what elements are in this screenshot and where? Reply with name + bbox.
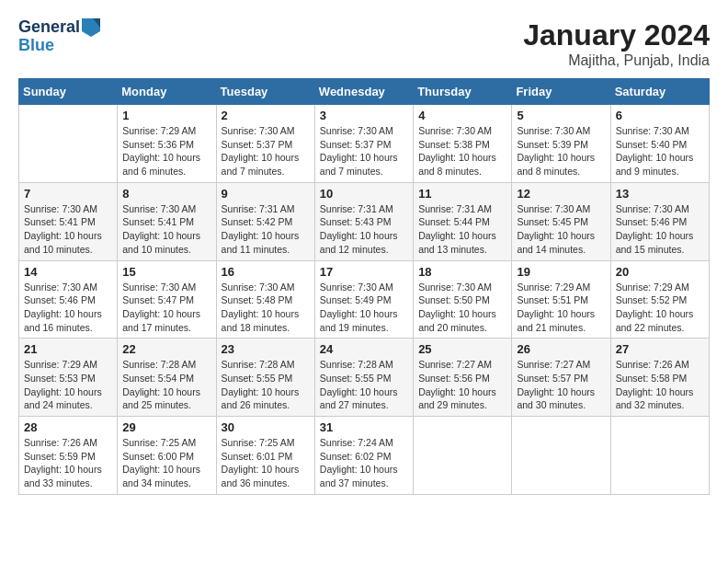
- title-block: January 2024 Majitha, Punjab, India: [523, 18, 710, 69]
- calendar-table: Sunday Monday Tuesday Wednesday Thursday…: [18, 78, 710, 495]
- day-number: 27: [616, 342, 704, 356]
- day-info: Sunrise: 7:30 AMSunset: 5:41 PMDaylight:…: [122, 202, 210, 257]
- day-info: Sunrise: 7:28 AMSunset: 5:54 PMDaylight:…: [122, 358, 210, 412]
- table-row: 22 Sunrise: 7:28 AMSunset: 5:54 PMDaylig…: [118, 339, 216, 417]
- calendar-week-row: 7 Sunrise: 7:30 AMSunset: 5:41 PMDayligh…: [19, 182, 710, 260]
- day-info: Sunrise: 7:31 AMSunset: 5:43 PMDaylight:…: [320, 202, 408, 257]
- day-info: Sunrise: 7:27 AMSunset: 5:57 PMDaylight:…: [517, 358, 605, 412]
- table-row: 25 Sunrise: 7:27 AMSunset: 5:56 PMDaylig…: [414, 339, 512, 417]
- table-row: 18 Sunrise: 7:30 AMSunset: 5:50 PMDaylig…: [414, 260, 512, 339]
- table-row: 28 Sunrise: 7:26 AMSunset: 5:59 PMDaylig…: [19, 417, 118, 495]
- day-number: 9: [222, 187, 310, 201]
- table-row: 16 Sunrise: 7:30 AMSunset: 5:48 PMDaylig…: [216, 260, 314, 339]
- day-info: Sunrise: 7:30 AMSunset: 5:45 PMDaylight:…: [517, 202, 605, 257]
- day-number: 13: [616, 187, 704, 201]
- day-number: 28: [24, 420, 112, 434]
- day-number: 8: [122, 187, 210, 201]
- day-info: Sunrise: 7:30 AMSunset: 5:37 PMDaylight:…: [320, 124, 408, 178]
- day-number: 5: [517, 109, 605, 122]
- table-row: 27 Sunrise: 7:26 AMSunset: 5:58 PMDaylig…: [610, 339, 709, 417]
- day-info: Sunrise: 7:29 AMSunset: 5:36 PMDaylight:…: [122, 124, 210, 178]
- day-number: 16: [222, 265, 310, 279]
- day-info: Sunrise: 7:30 AMSunset: 5:38 PMDaylight:…: [418, 124, 506, 178]
- day-number: 23: [222, 342, 310, 356]
- day-info: Sunrise: 7:26 AMSunset: 5:59 PMDaylight:…: [24, 436, 112, 490]
- col-monday: Monday: [118, 79, 216, 105]
- table-row: 30 Sunrise: 7:25 AMSunset: 6:01 PMDaylig…: [216, 417, 314, 495]
- day-info: Sunrise: 7:28 AMSunset: 5:55 PMDaylight:…: [222, 358, 310, 412]
- day-info: Sunrise: 7:24 AMSunset: 6:02 PMDaylight:…: [320, 436, 408, 490]
- day-number: 24: [320, 342, 408, 356]
- day-number: 14: [24, 265, 112, 279]
- day-info: Sunrise: 7:25 AMSunset: 6:01 PMDaylight:…: [222, 436, 310, 490]
- day-number: 19: [517, 265, 605, 279]
- page-title: January 2024: [523, 18, 710, 52]
- table-row: 4 Sunrise: 7:30 AMSunset: 5:38 PMDayligh…: [414, 105, 512, 183]
- day-number: 10: [320, 187, 408, 201]
- day-info: Sunrise: 7:30 AMSunset: 5:48 PMDaylight:…: [222, 281, 310, 335]
- day-info: Sunrise: 7:29 AMSunset: 5:51 PMDaylight:…: [517, 281, 605, 335]
- day-number: 6: [616, 109, 704, 122]
- day-info: Sunrise: 7:29 AMSunset: 5:53 PMDaylight:…: [24, 358, 112, 412]
- day-info: Sunrise: 7:30 AMSunset: 5:39 PMDaylight:…: [517, 124, 605, 178]
- col-wednesday: Wednesday: [314, 79, 413, 105]
- day-number: 7: [24, 187, 112, 201]
- table-row: 3 Sunrise: 7:30 AMSunset: 5:37 PMDayligh…: [314, 105, 413, 183]
- table-row: 13 Sunrise: 7:30 AMSunset: 5:46 PMDaylig…: [610, 182, 709, 260]
- table-row: 11 Sunrise: 7:31 AMSunset: 5:44 PMDaylig…: [414, 182, 512, 260]
- col-thursday: Thursday: [414, 79, 512, 105]
- table-row: 24 Sunrise: 7:28 AMSunset: 5:55 PMDaylig…: [314, 339, 413, 417]
- col-tuesday: Tuesday: [216, 79, 314, 105]
- col-friday: Friday: [512, 79, 610, 105]
- calendar-week-row: 1 Sunrise: 7:29 AMSunset: 5:36 PMDayligh…: [19, 105, 710, 183]
- table-row: 19 Sunrise: 7:29 AMSunset: 5:51 PMDaylig…: [512, 260, 610, 339]
- day-number: 17: [320, 265, 408, 279]
- table-row: 5 Sunrise: 7:30 AMSunset: 5:39 PMDayligh…: [512, 105, 610, 183]
- table-row: 6 Sunrise: 7:30 AMSunset: 5:40 PMDayligh…: [610, 105, 709, 183]
- day-info: Sunrise: 7:30 AMSunset: 5:40 PMDaylight:…: [616, 124, 704, 178]
- day-number: 1: [122, 109, 210, 122]
- table-row: [512, 417, 610, 495]
- col-saturday: Saturday: [610, 79, 709, 105]
- day-info: Sunrise: 7:30 AMSunset: 5:46 PMDaylight:…: [24, 281, 112, 335]
- day-info: Sunrise: 7:29 AMSunset: 5:52 PMDaylight:…: [616, 281, 704, 335]
- day-number: 15: [122, 265, 210, 279]
- table-row: 31 Sunrise: 7:24 AMSunset: 6:02 PMDaylig…: [314, 417, 413, 495]
- calendar-week-row: 14 Sunrise: 7:30 AMSunset: 5:46 PMDaylig…: [19, 260, 710, 339]
- table-row: 29 Sunrise: 7:25 AMSunset: 6:00 PMDaylig…: [118, 417, 216, 495]
- table-row: 12 Sunrise: 7:30 AMSunset: 5:45 PMDaylig…: [512, 182, 610, 260]
- day-number: 20: [616, 265, 704, 279]
- day-info: Sunrise: 7:27 AMSunset: 5:56 PMDaylight:…: [418, 358, 506, 412]
- day-number: 4: [418, 109, 506, 122]
- page-header: General Blue January 2024 Majitha, Punja…: [18, 18, 710, 69]
- day-number: 30: [222, 420, 310, 434]
- day-info: Sunrise: 7:30 AMSunset: 5:37 PMDaylight:…: [222, 124, 310, 178]
- table-row: 20 Sunrise: 7:29 AMSunset: 5:52 PMDaylig…: [610, 260, 709, 339]
- table-row: 2 Sunrise: 7:30 AMSunset: 5:37 PMDayligh…: [216, 105, 314, 183]
- day-number: 25: [418, 342, 506, 356]
- table-row: 9 Sunrise: 7:31 AMSunset: 5:42 PMDayligh…: [216, 182, 314, 260]
- table-row: 26 Sunrise: 7:27 AMSunset: 5:57 PMDaylig…: [512, 339, 610, 417]
- day-info: Sunrise: 7:30 AMSunset: 5:47 PMDaylight:…: [122, 281, 210, 335]
- table-row: 8 Sunrise: 7:30 AMSunset: 5:41 PMDayligh…: [118, 182, 216, 260]
- day-info: Sunrise: 7:31 AMSunset: 5:44 PMDaylight:…: [418, 202, 506, 257]
- table-row: 17 Sunrise: 7:30 AMSunset: 5:49 PMDaylig…: [314, 260, 413, 339]
- day-number: 3: [320, 109, 408, 122]
- day-number: 18: [418, 265, 506, 279]
- table-row: [19, 105, 118, 183]
- day-number: 31: [320, 420, 408, 434]
- day-info: Sunrise: 7:26 AMSunset: 5:58 PMDaylight:…: [616, 358, 704, 412]
- page-subtitle: Majitha, Punjab, India: [523, 52, 710, 69]
- logo: General Blue: [18, 18, 100, 55]
- table-row: 15 Sunrise: 7:30 AMSunset: 5:47 PMDaylig…: [118, 260, 216, 339]
- table-row: 23 Sunrise: 7:28 AMSunset: 5:55 PMDaylig…: [216, 339, 314, 417]
- table-row: [610, 417, 709, 495]
- day-number: 22: [122, 342, 210, 356]
- calendar-week-row: 28 Sunrise: 7:26 AMSunset: 5:59 PMDaylig…: [19, 417, 710, 495]
- day-number: 11: [418, 187, 506, 201]
- table-row: 21 Sunrise: 7:29 AMSunset: 5:53 PMDaylig…: [19, 339, 118, 417]
- day-info: Sunrise: 7:30 AMSunset: 5:41 PMDaylight:…: [24, 202, 112, 257]
- day-info: Sunrise: 7:30 AMSunset: 5:50 PMDaylight:…: [418, 281, 506, 335]
- table-row: 7 Sunrise: 7:30 AMSunset: 5:41 PMDayligh…: [19, 182, 118, 260]
- table-row: 14 Sunrise: 7:30 AMSunset: 5:46 PMDaylig…: [19, 260, 118, 339]
